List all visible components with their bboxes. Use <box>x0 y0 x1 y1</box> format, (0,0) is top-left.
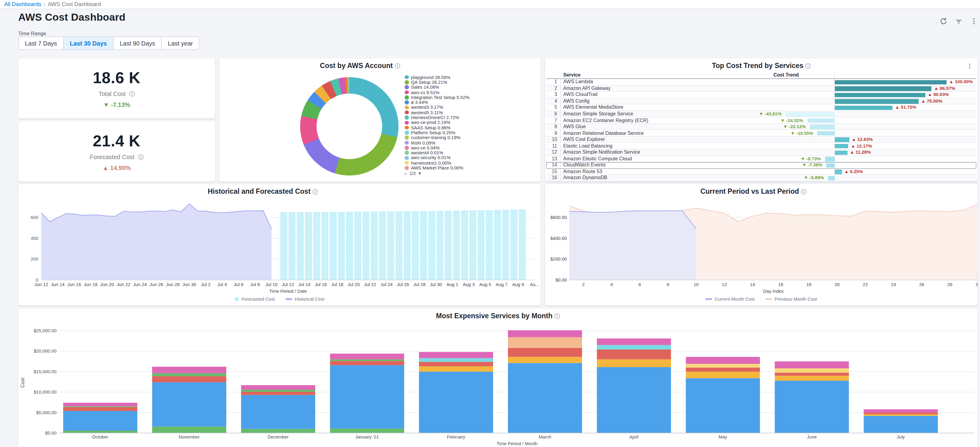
legend-item[interactable]: Platform Setup 0.25% <box>405 130 469 135</box>
table-row[interactable]: 6 Amazon Simple Storage Service ▼ -43.81… <box>546 111 976 117</box>
svg-text:Jul 16: Jul 16 <box>315 282 327 287</box>
time-range-button[interactable]: Last 30 Days <box>64 37 114 49</box>
time-range-button[interactable]: Last 90 Days <box>114 37 162 49</box>
trend-value: ▲ 11.28% <box>850 150 871 155</box>
refresh-icon[interactable] <box>940 17 947 25</box>
table-row[interactable]: 4 AWS Config ▲ 75.00% <box>546 98 976 105</box>
info-icon[interactable]: ⓘ <box>805 63 811 69</box>
table-row[interactable]: 9 Amazon Relational Database Service ▼ -… <box>546 130 976 137</box>
legend-item[interactable]: Previous Month Cost <box>765 296 817 302</box>
table-row[interactable]: 11 Elastic Load Balancing ▲ 12.17% <box>546 143 976 150</box>
kebab-menu-icon[interactable] <box>970 17 978 25</box>
legend-item[interactable]: aws-cs 9.51% <box>405 90 469 95</box>
service-name: AWS Lambda <box>561 79 771 85</box>
info-icon[interactable]: ⓘ <box>129 91 135 97</box>
legend-item[interactable]: awstest4 0.01% <box>405 150 469 156</box>
breadcrumb-separator: › <box>44 2 45 7</box>
svg-text:Jul 28: Jul 28 <box>414 282 426 287</box>
info-icon[interactable]: ⓘ <box>395 63 400 69</box>
table-row[interactable]: 5 AWS Elemental MediaStore ▲ 51.72% <box>546 105 976 111</box>
legend-item[interactable]: harnesstest1 0.00% <box>405 160 469 165</box>
legend-item[interactable]: Forecasted Cost <box>235 296 275 302</box>
legend-item[interactable]: aws-security 0.01% <box>405 156 469 161</box>
svg-text:Jun 20: Jun 20 <box>100 282 114 287</box>
time-range-button[interactable]: Last year <box>162 37 199 49</box>
legend-label: Previous Month Cost <box>775 296 817 302</box>
table-row[interactable]: 3 AWS CloudTrail ▲ 80.83% <box>546 92 976 98</box>
legend-label: awstest4 0.01% <box>411 150 443 156</box>
row-number: 7 <box>546 118 561 123</box>
breadcrumb: All Dashboards › AWS Cost Dashboard <box>0 0 980 9</box>
legend-page-down-icon[interactable]: ▼ <box>418 171 422 175</box>
time-range-button[interactable]: Last 7 Days <box>19 37 64 49</box>
svg-text:20: 20 <box>835 282 840 287</box>
filter-icon[interactable] <box>955 17 963 25</box>
svg-text:November: November <box>179 434 200 439</box>
forecasted-cost-card: 21.4 K Forecasted Cost ⓘ ▲ 14.90% <box>18 121 215 181</box>
service-name: Amazon EC2 Container Registry (ECR) <box>561 118 771 123</box>
info-icon[interactable]: ⓘ <box>138 154 143 160</box>
legend-item[interactable]: SAAS Setup 0.86% <box>405 125 469 130</box>
breadcrumb-all-dashboards[interactable]: All Dashboards <box>4 1 41 7</box>
trend-value: ▲ 6.25% <box>844 169 863 174</box>
table-row[interactable]: 15 Amazon Route 53 ▲ 6.25% <box>546 169 976 175</box>
svg-text:$5,000.00: $5,000.00 <box>36 410 57 415</box>
trend-value: ▲ 12.83% <box>851 137 873 142</box>
svg-text:$200.00: $200.00 <box>550 256 567 261</box>
legend-item[interactable]: awstest5 3.11% <box>405 110 469 115</box>
table-row[interactable]: 8 AWS Glue ▼ -22.12% <box>546 124 976 130</box>
cost-by-account-title: Cost by AWS Accountⓘ <box>220 62 541 70</box>
legend-label: awstest5 3.11% <box>411 110 443 115</box>
service-name: Amazon API Gateway <box>561 86 771 91</box>
legend-item[interactable]: Current Month Cost <box>706 296 755 302</box>
svg-text:28: 28 <box>947 282 952 287</box>
legend-item[interactable]: aws-ce 0.04% <box>405 145 469 150</box>
legend-swatch <box>405 91 409 94</box>
table-row[interactable]: 2 Amazon API Gateway ▲ 86.57% <box>546 85 976 92</box>
table-row[interactable]: 16 Amazon DynamoDB ▼ -5.89% <box>546 175 976 181</box>
table-row[interactable]: 10 AWS Cost Explorer ▲ 12.83% <box>546 137 976 143</box>
legend-item[interactable]: customer-training 0.19% <box>405 135 469 140</box>
legend-item[interactable]: aws-ce-prod 2.19% <box>405 120 469 125</box>
dashboard-page: All Dashboards › AWS Cost Dashboard AWS … <box>0 0 980 447</box>
row-number: 16 <box>546 175 561 181</box>
svg-text:Jul 22: Jul 22 <box>364 282 376 287</box>
service-name: Amazon Elastic Compute Cloud <box>561 156 771 162</box>
total-cost-card: 18.6 K Total Cost ⓘ ▼ -7.13% <box>18 58 215 118</box>
legend-swatch <box>405 100 409 105</box>
row-number: 4 <box>546 98 561 104</box>
legend-item[interactable]: Rishi 0.09% <box>405 140 469 145</box>
legend-item[interactable]: Historical Cost <box>286 296 325 302</box>
service-name: AWS Glue <box>561 124 771 129</box>
trend-value: ▲ 86.57% <box>934 85 955 91</box>
table-row[interactable]: 1 AWS Lambda ▲ 100.00% <box>546 79 976 85</box>
legend-swatch <box>405 156 409 160</box>
svg-text:Jun 24: Jun 24 <box>133 282 147 287</box>
donut-legend: playground 28.59% QA Setup 26.21% Sales … <box>405 75 469 170</box>
legend-item[interactable]: ø 3.44% <box>405 100 469 105</box>
table-row[interactable]: 13 Amazon Elastic Compute Cloud ▼ -8.73% <box>546 156 976 162</box>
svg-text:16: 16 <box>778 282 783 287</box>
legend-page-up-icon[interactable]: ▲ <box>403 171 408 175</box>
monthly-services-chart: $0.00$5,000.00$10,000.00$15,000.00$20,00… <box>18 309 978 447</box>
svg-text:12: 12 <box>722 282 727 287</box>
table-row[interactable]: 14 CloudWatch Events ▼ -7.39% <box>546 162 976 169</box>
table-row[interactable]: 7 Amazon EC2 Container Registry (ECR) ▼ … <box>546 118 976 124</box>
legend-swatch <box>405 151 409 155</box>
table-row[interactable]: 12 Amazon Simple Notification Service ▲ … <box>546 150 976 156</box>
legend-label: customer-training 0.19% <box>411 135 461 140</box>
svg-text:Jul 8: Jul 8 <box>250 282 260 287</box>
card-kebab-menu-icon[interactable] <box>967 63 973 69</box>
legend-label: Forecasted Cost <box>242 296 275 302</box>
legend-item[interactable]: QA Setup 26.21% <box>405 80 469 85</box>
svg-text:March: March <box>539 434 551 439</box>
trend-value: ▼ -24.52% <box>780 118 803 123</box>
trend-value: ▲ 12.17% <box>851 143 872 149</box>
legend-item[interactable]: Integration Test Setup 5.52% <box>405 95 469 100</box>
legend-item[interactable]: HarnessDroneCI 2.72% <box>405 115 469 120</box>
legend-item[interactable]: AWS Market Place 0.00% <box>405 165 469 171</box>
legend-item[interactable]: Sales 14.08% <box>405 85 469 90</box>
svg-text:February: February <box>447 434 465 439</box>
legend-item[interactable]: awstest3 3.17% <box>405 105 469 110</box>
legend-item[interactable]: playground 28.59% <box>405 75 469 80</box>
